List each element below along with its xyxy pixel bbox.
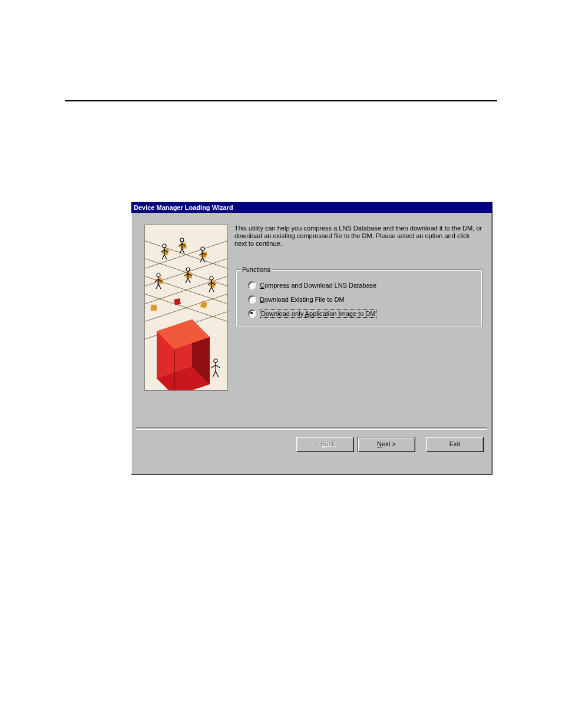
radio-label: Compress and Download LNS Database	[260, 282, 376, 289]
svg-rect-19	[186, 272, 193, 279]
radio-label: Download only Application Image to DM	[260, 309, 376, 318]
radio-icon	[248, 309, 256, 318]
functions-group: Functions Compress and Download LNS Data…	[236, 266, 482, 327]
svg-rect-16	[180, 242, 187, 249]
radio-icon	[248, 295, 256, 304]
radio-option-download-existing[interactable]: Download Existing File to DM	[248, 294, 477, 305]
svg-rect-21	[151, 305, 157, 311]
svg-point-30	[214, 359, 217, 363]
back-button: < Back	[296, 437, 354, 452]
svg-rect-22	[174, 298, 181, 305]
wizard-side-image	[144, 225, 228, 391]
button-row: < Back Next > Exit	[296, 437, 484, 452]
exit-button[interactable]: Exit	[426, 437, 484, 452]
intro-text: This utility can help you compress a LNS…	[234, 225, 484, 248]
svg-point-29	[210, 276, 213, 280]
svg-point-25	[180, 238, 184, 242]
title-text: Device Manager Loading Wizard	[134, 204, 233, 211]
radio-option-compress[interactable]: Compress and Download LNS Database	[248, 280, 477, 291]
page-divider	[65, 100, 497, 101]
svg-point-27	[157, 274, 160, 277]
dialog-body: This utility can help you compress a LNS…	[131, 213, 492, 459]
wizard-dialog: Device Manager Loading Wizard	[131, 202, 492, 475]
radio-label: Download Existing File to DM	[260, 296, 345, 303]
radio-icon	[248, 281, 256, 289]
button-separator	[136, 427, 487, 430]
next-button[interactable]: Next >	[358, 437, 415, 452]
title-bar: Device Manager Loading Wizard	[131, 202, 492, 213]
functions-legend: Functions	[241, 266, 272, 273]
svg-point-28	[186, 268, 190, 271]
radio-option-download-image[interactable]: Download only Application Image to DM	[248, 308, 477, 319]
svg-point-24	[163, 244, 166, 248]
svg-point-26	[201, 247, 204, 251]
